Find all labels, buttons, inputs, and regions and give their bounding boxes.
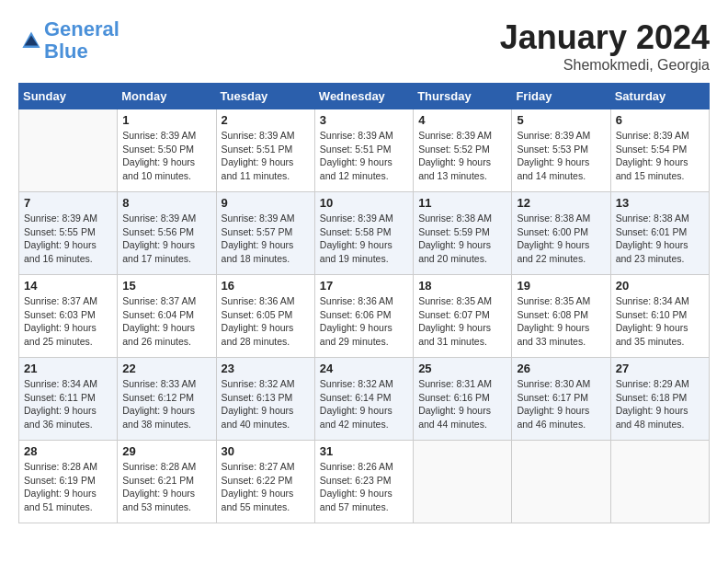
header-cell-tuesday: Tuesday bbox=[216, 84, 314, 109]
day-info: Sunrise: 8:30 AMSunset: 6:17 PMDaylight:… bbox=[517, 377, 605, 431]
day-number: 28 bbox=[24, 444, 112, 458]
page-header: General Blue January 2024 Shemokmedi, Ge… bbox=[18, 18, 710, 74]
calendar-cell: 17Sunrise: 8:36 AMSunset: 6:06 PMDayligh… bbox=[314, 275, 413, 358]
day-info: Sunrise: 8:26 AMSunset: 6:23 PMDaylight:… bbox=[320, 460, 408, 514]
day-info: Sunrise: 8:28 AMSunset: 6:19 PMDaylight:… bbox=[24, 460, 112, 514]
day-info: Sunrise: 8:39 AMSunset: 5:52 PMDaylight:… bbox=[418, 129, 506, 183]
day-number: 17 bbox=[320, 279, 408, 293]
day-number: 10 bbox=[320, 196, 408, 210]
calendar-cell: 4Sunrise: 8:39 AMSunset: 5:52 PMDaylight… bbox=[414, 109, 512, 192]
calendar-cell: 22Sunrise: 8:33 AMSunset: 6:12 PMDayligh… bbox=[118, 358, 216, 441]
day-number: 16 bbox=[222, 279, 310, 293]
day-info: Sunrise: 8:28 AMSunset: 6:21 PMDaylight:… bbox=[122, 460, 210, 514]
day-info: Sunrise: 8:27 AMSunset: 6:22 PMDaylight:… bbox=[222, 460, 310, 514]
day-info: Sunrise: 8:31 AMSunset: 6:16 PMDaylight:… bbox=[418, 377, 506, 431]
day-info: Sunrise: 8:34 AMSunset: 6:10 PMDaylight:… bbox=[616, 294, 704, 349]
day-number: 21 bbox=[24, 362, 112, 375]
day-info: Sunrise: 8:39 AMSunset: 5:56 PMDaylight:… bbox=[122, 212, 210, 266]
calendar-cell: 27Sunrise: 8:29 AMSunset: 6:18 PMDayligh… bbox=[610, 358, 709, 441]
day-number: 14 bbox=[24, 279, 112, 293]
calendar-cell: 23Sunrise: 8:32 AMSunset: 6:13 PMDayligh… bbox=[216, 358, 314, 441]
calendar-row: 21Sunrise: 8:34 AMSunset: 6:11 PMDayligh… bbox=[19, 358, 710, 441]
day-number: 18 bbox=[418, 279, 506, 293]
calendar-cell: 14Sunrise: 8:37 AMSunset: 6:03 PMDayligh… bbox=[19, 275, 118, 358]
calendar-cell bbox=[610, 441, 709, 523]
calendar-cell: 21Sunrise: 8:34 AMSunset: 6:11 PMDayligh… bbox=[19, 358, 118, 441]
calendar-cell: 28Sunrise: 8:28 AMSunset: 6:19 PMDayligh… bbox=[19, 441, 118, 523]
calendar-cell: 31Sunrise: 8:26 AMSunset: 6:23 PMDayligh… bbox=[314, 441, 413, 523]
logo-text: General Blue bbox=[44, 18, 119, 63]
day-number: 4 bbox=[418, 113, 506, 127]
calendar-cell: 12Sunrise: 8:38 AMSunset: 6:00 PMDayligh… bbox=[512, 192, 610, 275]
day-number: 12 bbox=[517, 196, 605, 210]
calendar-cell: 6Sunrise: 8:39 AMSunset: 5:54 PMDaylight… bbox=[610, 109, 709, 192]
calendar-cell: 25Sunrise: 8:31 AMSunset: 6:16 PMDayligh… bbox=[414, 358, 512, 441]
day-info: Sunrise: 8:34 AMSunset: 6:11 PMDaylight:… bbox=[24, 377, 112, 431]
calendar-table: SundayMondayTuesdayWednesdayThursdayFrid… bbox=[18, 83, 710, 523]
month-title: January 2024 bbox=[500, 18, 710, 57]
header-cell-sunday: Sunday bbox=[19, 84, 118, 109]
day-info: Sunrise: 8:39 AMSunset: 5:54 PMDaylight:… bbox=[616, 129, 704, 183]
day-info: Sunrise: 8:39 AMSunset: 5:53 PMDaylight:… bbox=[517, 129, 605, 183]
calendar-cell: 2Sunrise: 8:39 AMSunset: 5:51 PMDaylight… bbox=[216, 109, 314, 192]
day-info: Sunrise: 8:38 AMSunset: 6:01 PMDaylight:… bbox=[616, 212, 704, 266]
day-number: 7 bbox=[24, 196, 112, 210]
header-cell-monday: Monday bbox=[118, 84, 216, 109]
day-info: Sunrise: 8:39 AMSunset: 5:58 PMDaylight:… bbox=[320, 212, 408, 266]
day-number: 3 bbox=[320, 113, 408, 127]
calendar-cell: 3Sunrise: 8:39 AMSunset: 5:51 PMDaylight… bbox=[314, 109, 413, 192]
day-info: Sunrise: 8:36 AMSunset: 6:05 PMDaylight:… bbox=[222, 294, 310, 349]
day-info: Sunrise: 8:29 AMSunset: 6:18 PMDaylight:… bbox=[616, 377, 704, 431]
calendar-header: SundayMondayTuesdayWednesdayThursdayFrid… bbox=[19, 84, 710, 109]
calendar-cell: 16Sunrise: 8:36 AMSunset: 6:05 PMDayligh… bbox=[216, 275, 314, 358]
day-info: Sunrise: 8:32 AMSunset: 6:14 PMDaylight:… bbox=[320, 377, 408, 431]
logo-icon bbox=[20, 29, 42, 52]
day-number: 29 bbox=[122, 444, 210, 458]
day-info: Sunrise: 8:33 AMSunset: 6:12 PMDaylight:… bbox=[122, 377, 210, 431]
day-number: 11 bbox=[418, 196, 506, 210]
calendar-cell bbox=[414, 441, 512, 523]
day-number: 26 bbox=[517, 362, 605, 375]
calendar-cell: 15Sunrise: 8:37 AMSunset: 6:04 PMDayligh… bbox=[118, 275, 216, 358]
day-info: Sunrise: 8:39 AMSunset: 5:57 PMDaylight:… bbox=[222, 212, 310, 266]
day-number: 25 bbox=[418, 362, 506, 375]
day-number: 1 bbox=[122, 113, 210, 127]
day-number: 5 bbox=[517, 113, 605, 127]
calendar-cell: 11Sunrise: 8:38 AMSunset: 5:59 PMDayligh… bbox=[414, 192, 512, 275]
day-info: Sunrise: 8:35 AMSunset: 6:08 PMDaylight:… bbox=[517, 294, 605, 349]
day-number: 8 bbox=[122, 196, 210, 210]
day-info: Sunrise: 8:39 AMSunset: 5:55 PMDaylight:… bbox=[24, 212, 112, 266]
header-cell-thursday: Thursday bbox=[414, 84, 512, 109]
header-cell-friday: Friday bbox=[512, 84, 610, 109]
calendar-cell: 30Sunrise: 8:27 AMSunset: 6:22 PMDayligh… bbox=[216, 441, 314, 523]
day-number: 15 bbox=[122, 279, 210, 293]
calendar-cell: 13Sunrise: 8:38 AMSunset: 6:01 PMDayligh… bbox=[610, 192, 709, 275]
header-row: SundayMondayTuesdayWednesdayThursdayFrid… bbox=[19, 84, 710, 109]
day-info: Sunrise: 8:32 AMSunset: 6:13 PMDaylight:… bbox=[222, 377, 310, 431]
day-info: Sunrise: 8:35 AMSunset: 6:07 PMDaylight:… bbox=[418, 294, 506, 349]
calendar-cell: 29Sunrise: 8:28 AMSunset: 6:21 PMDayligh… bbox=[118, 441, 216, 523]
day-number: 20 bbox=[616, 279, 704, 293]
day-info: Sunrise: 8:38 AMSunset: 5:59 PMDaylight:… bbox=[418, 212, 506, 266]
calendar-cell bbox=[19, 109, 118, 192]
header-cell-wednesday: Wednesday bbox=[314, 84, 413, 109]
calendar-cell: 8Sunrise: 8:39 AMSunset: 5:56 PMDaylight… bbox=[118, 192, 216, 275]
calendar-row: 7Sunrise: 8:39 AMSunset: 5:55 PMDaylight… bbox=[19, 192, 710, 275]
calendar-cell: 10Sunrise: 8:39 AMSunset: 5:58 PMDayligh… bbox=[314, 192, 413, 275]
calendar-cell: 1Sunrise: 8:39 AMSunset: 5:50 PMDaylight… bbox=[118, 109, 216, 192]
calendar-cell: 9Sunrise: 8:39 AMSunset: 5:57 PMDaylight… bbox=[216, 192, 314, 275]
calendar-cell: 24Sunrise: 8:32 AMSunset: 6:14 PMDayligh… bbox=[314, 358, 413, 441]
location: Shemokmedi, Georgia bbox=[500, 57, 710, 74]
calendar-cell: 19Sunrise: 8:35 AMSunset: 6:08 PMDayligh… bbox=[512, 275, 610, 358]
calendar-cell: 20Sunrise: 8:34 AMSunset: 6:10 PMDayligh… bbox=[610, 275, 709, 358]
calendar-cell bbox=[512, 441, 610, 523]
day-number: 6 bbox=[616, 113, 704, 127]
day-info: Sunrise: 8:37 AMSunset: 6:04 PMDaylight:… bbox=[122, 294, 210, 349]
calendar-row: 28Sunrise: 8:28 AMSunset: 6:19 PMDayligh… bbox=[19, 441, 710, 523]
day-number: 13 bbox=[616, 196, 704, 210]
calendar-cell: 5Sunrise: 8:39 AMSunset: 5:53 PMDaylight… bbox=[512, 109, 610, 192]
day-number: 9 bbox=[222, 196, 310, 210]
calendar-row: 14Sunrise: 8:37 AMSunset: 6:03 PMDayligh… bbox=[19, 275, 710, 358]
calendar-cell: 7Sunrise: 8:39 AMSunset: 5:55 PMDaylight… bbox=[19, 192, 118, 275]
day-number: 30 bbox=[222, 444, 310, 458]
